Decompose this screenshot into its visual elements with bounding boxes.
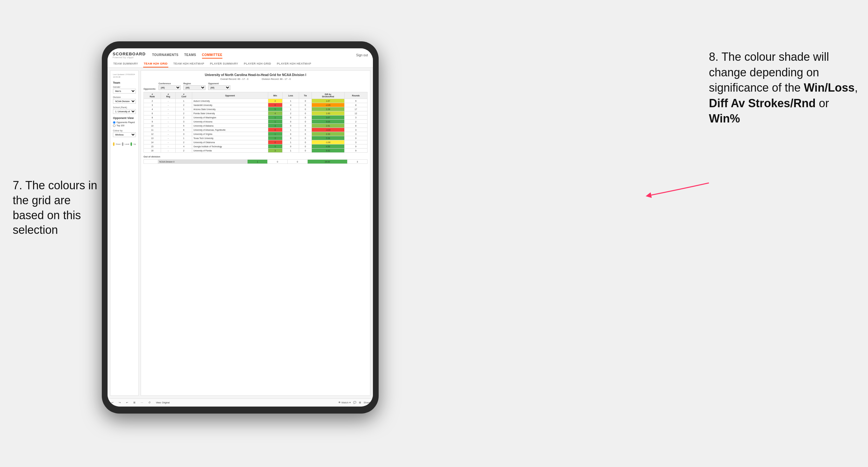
- radio-opponents-played[interactable]: Opponents Played: [113, 121, 136, 124]
- cell-win: 1: [268, 132, 282, 136]
- cell-rounds: 9: [344, 99, 367, 103]
- region-filter-group: Region (All): [183, 83, 206, 90]
- conference-filter-select[interactable]: (All): [158, 85, 181, 90]
- colour-by-select[interactable]: Win/loss: [113, 132, 136, 137]
- toolbar-back[interactable]: ↩: [125, 401, 129, 405]
- cell-rank: 15: [144, 145, 161, 149]
- cell-reg: -: [161, 107, 176, 111]
- nav-bar: SCOREBOARD Powered by clippd TOURNAMENTS…: [107, 49, 373, 68]
- toolbar-watch[interactable]: 👁 Watch ▾: [338, 401, 351, 404]
- cell-opponent: Florida State University: [192, 111, 268, 116]
- cell-diff: 2.33: [312, 132, 345, 136]
- school-select[interactable]: 1. University of Nort...: [113, 109, 136, 114]
- cell-win: 0: [268, 103, 282, 107]
- table-row: 15 - 4 Georgia Institute of Technology 5…: [144, 145, 368, 149]
- sub-nav-team-h2h-grid[interactable]: TEAM H2H GRID: [143, 60, 168, 67]
- cell-loss: 0: [282, 132, 299, 136]
- cell-win: 1: [268, 120, 282, 124]
- cell-win: 3: [268, 149, 282, 153]
- cell-tie: 0: [299, 107, 312, 111]
- cell-win: 0: [268, 128, 282, 132]
- cell-rounds: 8: [344, 124, 367, 128]
- opponent-filter-group: Opponent (All): [208, 83, 230, 90]
- cell-opponent: University of Oklahoma: [192, 140, 268, 145]
- annotation-left-text: The colours in the grid are based on thi…: [13, 179, 97, 236]
- table-row: 6 - 2 Florida State University 4 2 0 1.8…: [144, 111, 368, 116]
- sub-nav-player-h2h-heatmap[interactable]: PLAYER H2H HEATMAP: [276, 60, 312, 67]
- annotation-right-number: 8.: [709, 50, 718, 63]
- cell-conf: 1: [176, 136, 192, 140]
- legend-row: Down Level Up: [113, 142, 136, 146]
- cell-win: 2: [268, 99, 282, 103]
- cell-tie: 0: [299, 149, 312, 153]
- division-record: Division Record: 88 - 17 - 0: [262, 77, 291, 81]
- cell-loss: 1: [282, 99, 299, 103]
- grid-record: Overall Record: 89 - 17 - 0 Division Rec…: [144, 77, 368, 81]
- cell-conf: 1: [176, 107, 192, 111]
- toolbar-grid-dots[interactable]: ⋯: [140, 401, 145, 405]
- cell-diff: -4.33: [312, 128, 345, 132]
- cell-conf: 1: [176, 99, 192, 103]
- cell-opponent: Georgia Institute of Technology: [192, 145, 268, 149]
- toolbar-comment[interactable]: 💬: [353, 401, 356, 404]
- opponent-view-label: Opponent View: [113, 117, 136, 120]
- toolbar-crop[interactable]: ⊞: [132, 401, 137, 405]
- sub-nav: TEAM SUMMARY TEAM H2H GRID TEAM H2H HEAT…: [113, 60, 368, 67]
- opponent-filter-select[interactable]: (All): [208, 85, 230, 90]
- nav-link-tournaments[interactable]: TOURNAMENTS: [152, 52, 179, 59]
- panel-team-label: Team: [113, 81, 136, 84]
- sub-nav-player-summary[interactable]: PLAYER SUMMARY: [209, 60, 239, 67]
- toolbar-clock[interactable]: ⏱: [147, 401, 152, 405]
- toolbar-view-label[interactable]: View: Original: [156, 402, 169, 404]
- sub-nav-team-h2h-heatmap[interactable]: TEAM H2H HEATMAP: [173, 60, 205, 67]
- radio-top100[interactable]: Top 100: [113, 124, 136, 127]
- cell-tie: 0: [299, 132, 312, 136]
- sub-nav-player-h2h-grid[interactable]: PLAYER H2H GRID: [243, 60, 272, 67]
- cell-diff: -1.00: [312, 140, 345, 145]
- sign-out[interactable]: Sign out: [356, 54, 368, 57]
- cell-rank: 2: [144, 99, 161, 103]
- cell-conf: 2: [176, 111, 192, 116]
- gender-select[interactable]: Men's: [113, 89, 136, 94]
- cell-opponent: University of Alabama: [192, 124, 268, 128]
- gender-label: Gender: [113, 86, 136, 88]
- col-reg: #Reg: [161, 92, 176, 99]
- toolbar-share[interactable]: Share: [364, 401, 370, 404]
- cell-diff: 1.67: [312, 99, 345, 103]
- right-panel: University of North Carolina Head-to-Hea…: [141, 70, 370, 396]
- panel-meta: Last Updated: 27/03/202416:55:38: [113, 73, 136, 79]
- cell-rounds: 17: [344, 107, 367, 111]
- cell-reg: -: [161, 111, 176, 116]
- opponent-filter-label: Opponent: [208, 83, 230, 85]
- cell-win: 3: [268, 124, 282, 128]
- col-tie: Tie: [299, 92, 312, 99]
- region-filter-select[interactable]: (All): [183, 85, 206, 90]
- sub-nav-team-summary[interactable]: TEAM SUMMARY: [113, 60, 139, 67]
- cell-diff: 2.61: [312, 124, 345, 128]
- out-div-rounds: 3: [347, 160, 368, 164]
- cell-rounds: 3: [344, 132, 367, 136]
- cell-reg: -: [161, 128, 176, 132]
- cell-reg: -: [161, 140, 176, 145]
- annotation-sep1: ,: [855, 81, 858, 94]
- toolbar-present[interactable]: ⊞: [359, 401, 361, 404]
- cell-reg: -: [161, 132, 176, 136]
- nav-link-teams[interactable]: TEAMS: [184, 52, 196, 59]
- cell-rounds: 3: [344, 116, 367, 120]
- legend-down-dot: [113, 142, 115, 146]
- cell-rounds: 3: [344, 140, 367, 145]
- toolbar-undo[interactable]: ↩: [110, 401, 115, 405]
- nav-link-committee[interactable]: COMMITTEE: [202, 52, 223, 59]
- conference-filter-label: Conference: [158, 83, 181, 85]
- cell-diff: 5.56: [312, 136, 345, 140]
- cell-loss: 0: [282, 145, 299, 149]
- cell-tie: 0: [299, 145, 312, 149]
- cell-tie: 0: [299, 116, 312, 120]
- toolbar-redo[interactable]: ↪: [117, 401, 122, 405]
- col-opponent: Opponent: [192, 92, 268, 99]
- data-table: #Rank #Reg #Conf Opponent Win Loss Tie D…: [144, 92, 368, 153]
- division-select[interactable]: NCAA Division I: [113, 99, 136, 104]
- table-row: 10 - 5 University of Alabama 3 0 0 2.61 …: [144, 124, 368, 128]
- filter-row: Opponents: Conference (All) Region (All): [144, 83, 368, 90]
- toolbar: ↩ ↪ ↩ ⊞ ⋯ ⏱ View: Original 👁 Watch ▾ 💬 ⊞…: [107, 398, 373, 407]
